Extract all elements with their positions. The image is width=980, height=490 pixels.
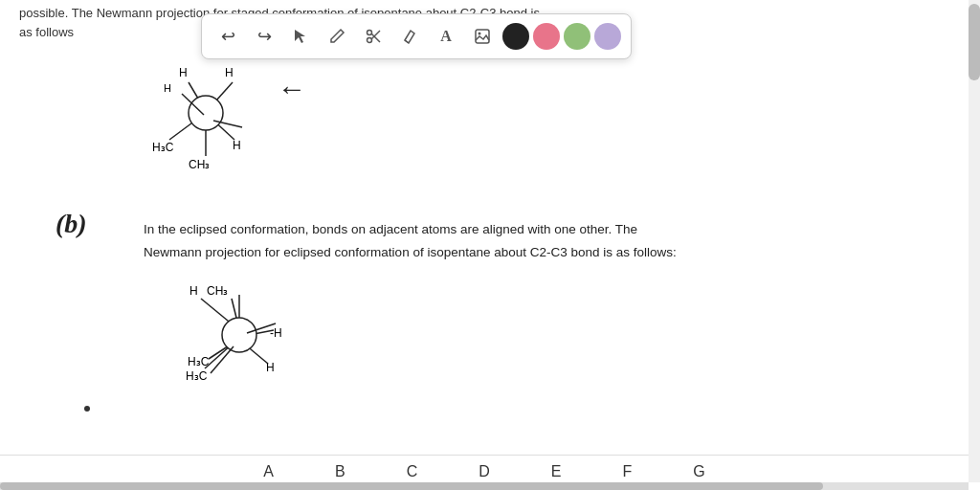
section-b-label: (b) (56, 209, 87, 239)
v-scrollbar[interactable] (969, 0, 980, 482)
nav-item-d[interactable]: D (479, 463, 490, 480)
svg-text:H₃C: H₃C (152, 141, 174, 154)
nav-item-b[interactable]: B (335, 463, 345, 480)
nav-item-c[interactable]: C (407, 463, 418, 480)
nav-item-g[interactable]: G (693, 463, 704, 480)
svg-text:H₃C: H₃C (188, 355, 210, 368)
color-black[interactable] (502, 23, 529, 50)
diagram-b: H CH₃ H₃C H₃C -H H (163, 278, 335, 405)
scissors-button[interactable] (357, 20, 390, 53)
undo-button[interactable]: ↩ (212, 20, 244, 53)
svg-line-4 (405, 40, 409, 43)
svg-point-6 (479, 33, 481, 35)
section-b-text-line2: Newmann projection for eclipsed conforma… (144, 241, 900, 264)
section-b-text-line1: In the eclipsed conformation, bonds on a… (144, 218, 900, 241)
top-text-line2: as follows (19, 25, 74, 39)
dot-marker (84, 406, 90, 412)
arrow-annotation: ← (278, 73, 306, 105)
diagram-a: H H H₃C H CH₃ H (129, 56, 301, 183)
nav-item-f[interactable]: F (622, 463, 632, 480)
svg-point-13 (189, 96, 223, 130)
svg-text:H: H (225, 66, 234, 79)
v-scrollbar-thumb[interactable] (969, 4, 980, 80)
svg-text:H₃C: H₃C (186, 369, 208, 383)
svg-text:CH₃: CH₃ (207, 284, 228, 298)
pen-button[interactable] (321, 20, 353, 53)
color-pink[interactable] (533, 23, 560, 50)
image-button[interactable] (466, 20, 499, 53)
svg-text:CH₃: CH₃ (189, 158, 210, 171)
select-button[interactable] (284, 20, 317, 53)
h-scrollbar-thumb[interactable] (0, 482, 823, 490)
svg-text:H: H (233, 139, 241, 152)
section-b-text: In the eclipsed conformation, bonds on a… (144, 218, 900, 263)
redo-button[interactable]: ↪ (248, 20, 280, 53)
color-green[interactable] (564, 23, 590, 50)
svg-text:H: H (266, 361, 275, 374)
svg-point-29 (222, 318, 256, 352)
bottom-nav: A B C D E F G (0, 455, 969, 480)
text-button[interactable]: A (430, 20, 462, 53)
svg-text:H: H (189, 284, 198, 298)
svg-text:-H: -H (270, 326, 282, 340)
svg-text:H: H (164, 82, 171, 94)
color-purple[interactable] (594, 23, 621, 50)
toolbar: ↩ ↪ A (201, 13, 632, 59)
nav-item-a[interactable]: A (263, 463, 274, 480)
nav-item-e[interactable]: E (551, 463, 562, 480)
h-scrollbar[interactable] (0, 482, 969, 490)
eraser-button[interactable] (393, 20, 426, 53)
svg-text:H: H (179, 66, 188, 79)
